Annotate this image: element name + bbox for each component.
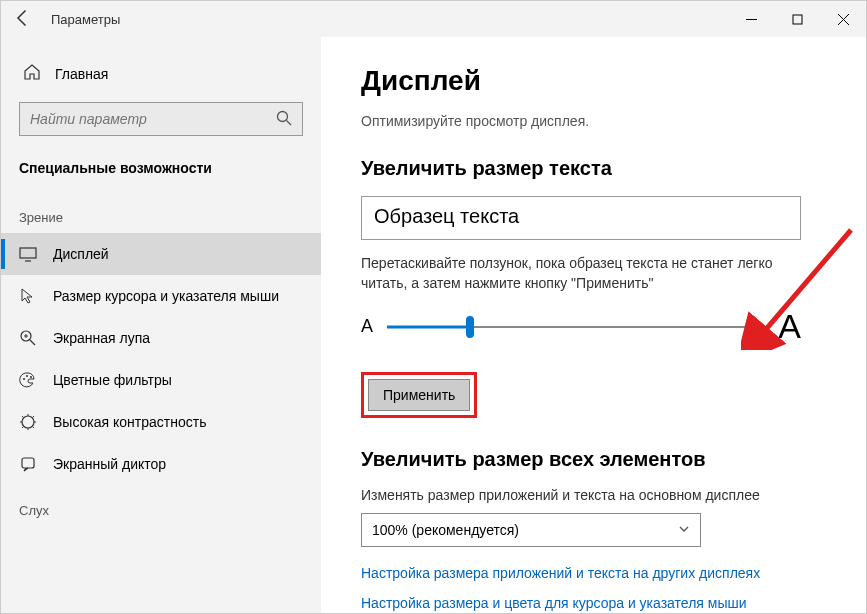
nav-label: Цветные фильтры [53,372,172,388]
svg-line-20 [22,416,24,418]
nav-label: Размер курсора и указателя мыши [53,288,279,304]
nav-label: Дисплей [53,246,109,262]
group-hearing: Слух [1,485,321,526]
svg-point-14 [30,376,32,378]
nav-magnifier[interactable]: Экранная лупа [1,317,321,359]
search-input[interactable] [30,111,276,127]
section-scale-all: Увеличить размер всех элементов [361,448,826,471]
maximize-button[interactable] [774,1,820,37]
nav-color-filters[interactable]: Цветные фильтры [1,359,321,401]
svg-rect-1 [793,15,802,24]
svg-point-4 [278,111,288,121]
palette-icon [19,371,37,389]
magnifier-icon [19,329,37,347]
nav-cursor-size[interactable]: Размер курсора и указателя мыши [1,275,321,317]
svg-rect-6 [20,248,36,258]
text-size-slider[interactable] [387,317,764,337]
text-size-slider-row: A A [361,307,801,346]
scale-select[interactable]: 100% (рекомендуется) [361,513,701,547]
titlebar: Параметры [1,1,866,37]
section-title: Специальные возможности [1,154,321,192]
page-subtitle: Оптимизируйте просмотр дисплея. [361,113,826,129]
home-link[interactable]: Главная [1,57,321,98]
svg-line-21 [33,427,35,429]
sidebar: Главная Специальные возможности Зрение Д… [1,37,321,613]
home-label: Главная [55,66,108,82]
display-icon [19,245,37,263]
svg-point-15 [22,416,34,428]
close-button[interactable] [820,1,866,37]
slider-fill [387,325,470,328]
home-icon [23,63,41,84]
small-a-label: A [361,316,373,337]
link-other-displays[interactable]: Настройка размера приложений и текста на… [361,565,826,581]
svg-point-13 [26,375,28,377]
big-a-label: A [778,307,801,346]
sample-text-box: Образец текста [361,196,801,240]
contrast-icon [19,413,37,431]
svg-line-9 [30,340,35,345]
group-vision: Зрение [1,192,321,233]
minimize-button[interactable] [728,1,774,37]
svg-point-12 [23,378,25,380]
nav-high-contrast[interactable]: Высокая контрастность [1,401,321,443]
link-cursor-settings[interactable]: Настройка размера и цвета для курсора и … [361,595,826,611]
search-box[interactable] [19,102,303,136]
page-heading: Дисплей [361,65,826,97]
scale-label: Изменять размер приложений и текста на о… [361,487,826,503]
svg-line-23 [33,416,35,418]
nav-label: Экранная лупа [53,330,150,346]
slider-hint: Перетаскивайте ползунок, пока образец те… [361,254,801,293]
scale-value: 100% (рекомендуется) [372,522,519,538]
nav-label: Экранный диктор [53,456,166,472]
apply-button[interactable]: Применить [368,379,470,411]
nav-label: Высокая контрастность [53,414,206,430]
nav-display[interactable]: Дисплей [1,233,321,275]
window-controls [728,1,866,37]
back-icon[interactable] [13,8,33,31]
chevron-down-icon [678,522,690,538]
nav-narrator[interactable]: Экранный диктор [1,443,321,485]
search-icon [276,110,292,129]
svg-line-22 [22,427,24,429]
window-title: Параметры [51,12,120,27]
narrator-icon [19,455,37,473]
content: Дисплей Оптимизируйте просмотр дисплея. … [321,37,866,613]
apply-highlight: Применить [361,372,477,418]
svg-rect-24 [22,458,34,468]
slider-thumb[interactable] [466,316,474,338]
svg-line-5 [287,120,292,125]
body: Главная Специальные возможности Зрение Д… [1,37,866,613]
section-text-size: Увеличить размер текста [361,157,826,180]
cursor-icon [19,287,37,305]
